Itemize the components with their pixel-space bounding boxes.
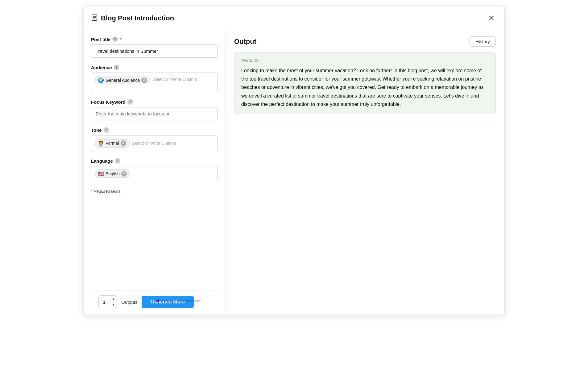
audience-input-box[interactable]: 🌍 General Audience ✕ Select or Write Cus… bbox=[91, 73, 218, 92]
audience-group: Audience ? 🌍 General Audience ✕ Select o… bbox=[91, 65, 218, 92]
tone-group: Tone ? 🧑‍💼 Formal ✕ Select or Write Cust… bbox=[91, 127, 218, 151]
output-card: Words: 87 Looking to make the most of yo… bbox=[234, 52, 496, 114]
modal-container: Blog Post Introduction ✕ Post title ? * bbox=[83, 6, 505, 315]
post-title-group: Post title ? * bbox=[91, 36, 218, 58]
history-button[interactable]: History bbox=[470, 36, 496, 47]
output-header: Output History bbox=[234, 36, 496, 47]
audience-placeholder: Select or Write Custom bbox=[152, 76, 198, 83]
bottom-area: ▲ ▼ Outputs Generate More bbox=[91, 290, 218, 315]
outputs-stepper[interactable]: ▲ ▼ bbox=[98, 295, 117, 308]
audience-help-icon[interactable]: ? bbox=[114, 65, 119, 70]
modal-title: Blog Post Introduction bbox=[101, 14, 174, 22]
language-label: Language ? bbox=[91, 158, 218, 164]
left-panel: Post title ? * Audience ? bbox=[84, 29, 226, 315]
stepper-up-button[interactable]: ▲ bbox=[110, 296, 117, 302]
required-note: * Required fields. bbox=[91, 189, 218, 197]
language-tag-close[interactable]: ✕ bbox=[121, 171, 127, 177]
tone-label: Tone ? bbox=[91, 127, 218, 133]
audience-tag-close[interactable]: ✕ bbox=[141, 77, 147, 83]
audience-tag-label: General Audience bbox=[106, 78, 140, 83]
language-help-icon[interactable]: ? bbox=[115, 158, 120, 164]
post-title-required: * bbox=[120, 37, 122, 42]
tone-tag: 🧑‍💼 Formal ✕ bbox=[95, 139, 130, 148]
post-title-input[interactable] bbox=[91, 44, 218, 58]
focus-keyword-group: Focus Keyword ? bbox=[91, 99, 218, 120]
audience-tag: 🌍 General Audience ✕ bbox=[95, 76, 150, 84]
post-title-help-icon[interactable]: ? bbox=[112, 36, 118, 42]
tone-tag-emoji: 🧑‍💼 bbox=[98, 140, 104, 146]
modal-body: Post title ? * Audience ? bbox=[84, 29, 504, 315]
output-text: Looking to make the most of your summer … bbox=[241, 66, 489, 108]
stepper-down-button[interactable]: ▼ bbox=[110, 302, 117, 308]
language-tag-emoji: 🇺🇸 bbox=[98, 171, 104, 177]
arrow-annotation bbox=[153, 297, 202, 305]
language-input-box[interactable]: 🇺🇸 English ✕ bbox=[91, 166, 218, 182]
svg-marker-5 bbox=[156, 299, 159, 303]
audience-label: Audience ? bbox=[91, 65, 218, 70]
audience-tag-emoji: 🌍 bbox=[98, 77, 104, 83]
tone-placeholder: Select or Write Custom bbox=[131, 140, 177, 147]
word-count: Words: 87 bbox=[241, 58, 489, 63]
focus-keyword-help-icon[interactable]: ? bbox=[127, 99, 133, 105]
outputs-label: Outputs bbox=[121, 299, 138, 305]
modal-title-area: Blog Post Introduction bbox=[91, 14, 174, 23]
modal-header: Blog Post Introduction ✕ bbox=[84, 6, 504, 29]
stepper-arrows: ▲ ▼ bbox=[110, 296, 117, 308]
language-tag-label: English bbox=[106, 171, 120, 176]
close-button[interactable]: ✕ bbox=[487, 13, 496, 24]
tone-help-icon[interactable]: ? bbox=[104, 127, 109, 133]
required-star: * bbox=[91, 189, 94, 194]
focus-keyword-input[interactable] bbox=[91, 107, 218, 120]
tone-input-box[interactable]: 🧑‍💼 Formal ✕ Select or Write Custom bbox=[91, 135, 218, 151]
tone-tag-close[interactable]: ✕ bbox=[121, 140, 126, 146]
output-title: Output bbox=[234, 38, 256, 46]
language-tag: 🇺🇸 English ✕ bbox=[95, 169, 130, 178]
outputs-value-input[interactable] bbox=[99, 299, 110, 305]
tone-tag-label: Formal bbox=[106, 141, 119, 146]
focus-keyword-label: Focus Keyword ? bbox=[91, 99, 218, 105]
language-group: Language ? 🇺🇸 English ✕ bbox=[91, 158, 218, 182]
required-note-text: Required fields. bbox=[94, 189, 122, 194]
right-panel: Output History Words: 87 Looking to make… bbox=[226, 29, 504, 315]
document-icon bbox=[91, 14, 98, 23]
post-title-label: Post title ? * bbox=[91, 36, 218, 42]
